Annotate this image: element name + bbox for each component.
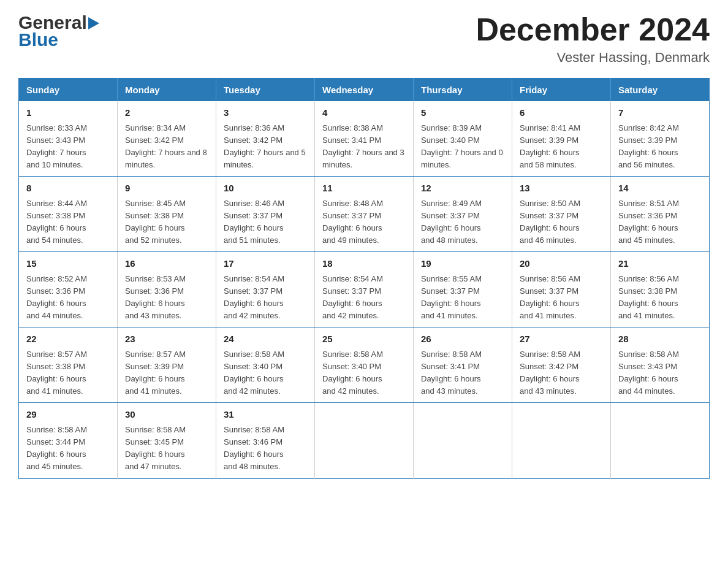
calendar-day-cell: 31 Sunrise: 8:58 AMSunset: 3:46 PMDaylig… (216, 403, 315, 478)
day-info: Sunrise: 8:39 AMSunset: 3:40 PMDaylight:… (421, 123, 503, 169)
day-info: Sunrise: 8:58 AMSunset: 3:46 PMDaylight:… (224, 425, 284, 471)
calendar-week-row: 22 Sunrise: 8:57 AMSunset: 3:38 PMDaylig… (19, 327, 710, 403)
day-info: Sunrise: 8:45 AMSunset: 3:38 PMDaylight:… (125, 199, 186, 245)
day-number: 11 (322, 182, 406, 196)
day-number: 12 (421, 182, 504, 196)
calendar-day-cell: 16 Sunrise: 8:53 AMSunset: 3:36 PMDaylig… (118, 252, 216, 327)
day-number: 16 (125, 257, 208, 271)
calendar-day-cell (512, 403, 611, 478)
day-info: Sunrise: 8:42 AMSunset: 3:39 PMDaylight:… (618, 123, 679, 169)
day-number: 25 (322, 332, 406, 347)
calendar-week-row: 15 Sunrise: 8:52 AMSunset: 3:36 PMDaylig… (19, 252, 710, 327)
day-info: Sunrise: 8:50 AMSunset: 3:37 PMDaylight:… (520, 199, 580, 245)
day-number: 21 (618, 257, 702, 271)
calendar-day-cell: 18 Sunrise: 8:54 AMSunset: 3:37 PMDaylig… (315, 252, 414, 327)
col-saturday: Saturday (611, 79, 710, 102)
calendar-day-cell: 28 Sunrise: 8:58 AMSunset: 3:43 PMDaylig… (611, 327, 710, 403)
col-tuesday: Tuesday (216, 79, 315, 102)
calendar-week-row: 8 Sunrise: 8:44 AMSunset: 3:38 PMDayligh… (19, 177, 710, 252)
day-info: Sunrise: 8:36 AMSunset: 3:42 PMDaylight:… (224, 123, 306, 169)
day-number: 1 (26, 106, 110, 120)
calendar-day-cell: 15 Sunrise: 8:52 AMSunset: 3:36 PMDaylig… (19, 252, 118, 327)
calendar-day-cell (414, 403, 512, 478)
calendar-day-cell: 17 Sunrise: 8:54 AMSunset: 3:37 PMDaylig… (216, 252, 315, 327)
day-number: 20 (520, 257, 603, 271)
calendar-day-cell: 11 Sunrise: 8:48 AMSunset: 3:37 PMDaylig… (315, 177, 414, 252)
day-info: Sunrise: 8:56 AMSunset: 3:38 PMDaylight:… (618, 274, 679, 320)
calendar-day-cell: 30 Sunrise: 8:58 AMSunset: 3:45 PMDaylig… (118, 403, 216, 478)
calendar-day-cell: 29 Sunrise: 8:58 AMSunset: 3:44 PMDaylig… (19, 403, 118, 478)
day-number: 29 (26, 408, 110, 422)
calendar-day-cell (315, 403, 414, 478)
day-info: Sunrise: 8:44 AMSunset: 3:38 PMDaylight:… (26, 199, 87, 245)
day-info: Sunrise: 8:53 AMSunset: 3:36 PMDaylight:… (125, 274, 186, 320)
calendar-day-cell: 19 Sunrise: 8:55 AMSunset: 3:37 PMDaylig… (414, 252, 512, 327)
day-info: Sunrise: 8:57 AMSunset: 3:39 PMDaylight:… (125, 350, 186, 396)
day-number: 13 (520, 182, 603, 196)
col-wednesday: Wednesday (315, 79, 414, 102)
calendar-day-cell: 21 Sunrise: 8:56 AMSunset: 3:38 PMDaylig… (611, 252, 710, 327)
day-info: Sunrise: 8:34 AMSunset: 3:42 PMDaylight:… (125, 123, 207, 169)
day-number: 3 (224, 106, 307, 120)
calendar-header-row: Sunday Monday Tuesday Wednesday Thursday… (19, 79, 710, 102)
day-number: 23 (125, 332, 208, 347)
logo-arrow-icon (88, 17, 99, 29)
day-number: 22 (26, 332, 110, 347)
day-number: 24 (224, 332, 307, 347)
day-info: Sunrise: 8:58 AMSunset: 3:40 PMDaylight:… (224, 350, 284, 396)
day-info: Sunrise: 8:33 AMSunset: 3:43 PMDaylight:… (26, 123, 87, 169)
calendar-day-cell: 12 Sunrise: 8:49 AMSunset: 3:37 PMDaylig… (414, 177, 512, 252)
day-info: Sunrise: 8:57 AMSunset: 3:38 PMDaylight:… (26, 350, 87, 396)
calendar-day-cell: 23 Sunrise: 8:57 AMSunset: 3:39 PMDaylig… (118, 327, 216, 403)
day-info: Sunrise: 8:55 AMSunset: 3:37 PMDaylight:… (421, 274, 482, 320)
page-header: General Blue December 2024 Vester Hassin… (18, 12, 710, 66)
calendar-day-cell: 1 Sunrise: 8:33 AMSunset: 3:43 PMDayligh… (19, 101, 118, 177)
calendar-week-row: 1 Sunrise: 8:33 AMSunset: 3:43 PMDayligh… (19, 101, 710, 177)
calendar-day-cell: 14 Sunrise: 8:51 AMSunset: 3:36 PMDaylig… (611, 177, 710, 252)
day-number: 6 (520, 106, 603, 120)
logo-blue: Blue (18, 29, 99, 50)
calendar-day-cell (611, 403, 710, 478)
day-number: 2 (125, 106, 208, 120)
day-info: Sunrise: 8:49 AMSunset: 3:37 PMDaylight:… (421, 199, 482, 245)
calendar-day-cell: 9 Sunrise: 8:45 AMSunset: 3:38 PMDayligh… (118, 177, 216, 252)
calendar-table: Sunday Monday Tuesday Wednesday Thursday… (18, 78, 710, 478)
calendar-day-cell: 5 Sunrise: 8:39 AMSunset: 3:40 PMDayligh… (414, 101, 512, 177)
day-number: 14 (618, 182, 702, 196)
title-section: December 2024 Vester Hassing, Denmark (476, 12, 710, 66)
day-number: 27 (520, 332, 603, 347)
calendar-day-cell: 26 Sunrise: 8:58 AMSunset: 3:41 PMDaylig… (414, 327, 512, 403)
day-info: Sunrise: 8:56 AMSunset: 3:37 PMDaylight:… (520, 274, 580, 320)
calendar-day-cell: 13 Sunrise: 8:50 AMSunset: 3:37 PMDaylig… (512, 177, 611, 252)
calendar-day-cell: 20 Sunrise: 8:56 AMSunset: 3:37 PMDaylig… (512, 252, 611, 327)
day-number: 28 (618, 332, 702, 347)
calendar-day-cell: 4 Sunrise: 8:38 AMSunset: 3:41 PMDayligh… (315, 101, 414, 177)
day-info: Sunrise: 8:41 AMSunset: 3:39 PMDaylight:… (520, 123, 580, 169)
calendar-day-cell: 7 Sunrise: 8:42 AMSunset: 3:39 PMDayligh… (611, 101, 710, 177)
day-number: 30 (125, 408, 208, 422)
logo: General Blue (18, 12, 99, 50)
day-info: Sunrise: 8:48 AMSunset: 3:37 PMDaylight:… (322, 199, 383, 245)
day-info: Sunrise: 8:58 AMSunset: 3:40 PMDaylight:… (322, 350, 383, 396)
calendar-week-row: 29 Sunrise: 8:58 AMSunset: 3:44 PMDaylig… (19, 403, 710, 478)
day-number: 8 (26, 182, 110, 196)
calendar-day-cell: 2 Sunrise: 8:34 AMSunset: 3:42 PMDayligh… (118, 101, 216, 177)
month-year-title: December 2024 (476, 12, 710, 47)
col-sunday: Sunday (19, 79, 118, 102)
day-info: Sunrise: 8:58 AMSunset: 3:44 PMDaylight:… (26, 425, 87, 471)
col-thursday: Thursday (414, 79, 512, 102)
day-info: Sunrise: 8:58 AMSunset: 3:41 PMDaylight:… (421, 350, 482, 396)
day-number: 15 (26, 257, 110, 271)
calendar-day-cell: 25 Sunrise: 8:58 AMSunset: 3:40 PMDaylig… (315, 327, 414, 403)
day-info: Sunrise: 8:52 AMSunset: 3:36 PMDaylight:… (26, 274, 87, 320)
day-info: Sunrise: 8:51 AMSunset: 3:36 PMDaylight:… (618, 199, 679, 245)
day-info: Sunrise: 8:58 AMSunset: 3:42 PMDaylight:… (520, 350, 580, 396)
day-info: Sunrise: 8:46 AMSunset: 3:37 PMDaylight:… (224, 199, 284, 245)
calendar-day-cell: 6 Sunrise: 8:41 AMSunset: 3:39 PMDayligh… (512, 101, 611, 177)
day-info: Sunrise: 8:38 AMSunset: 3:41 PMDaylight:… (322, 123, 404, 169)
calendar-day-cell: 27 Sunrise: 8:58 AMSunset: 3:42 PMDaylig… (512, 327, 611, 403)
day-info: Sunrise: 8:54 AMSunset: 3:37 PMDaylight:… (322, 274, 383, 320)
day-number: 31 (224, 408, 307, 422)
day-info: Sunrise: 8:58 AMSunset: 3:43 PMDaylight:… (618, 350, 679, 396)
calendar-day-cell: 24 Sunrise: 8:58 AMSunset: 3:40 PMDaylig… (216, 327, 315, 403)
